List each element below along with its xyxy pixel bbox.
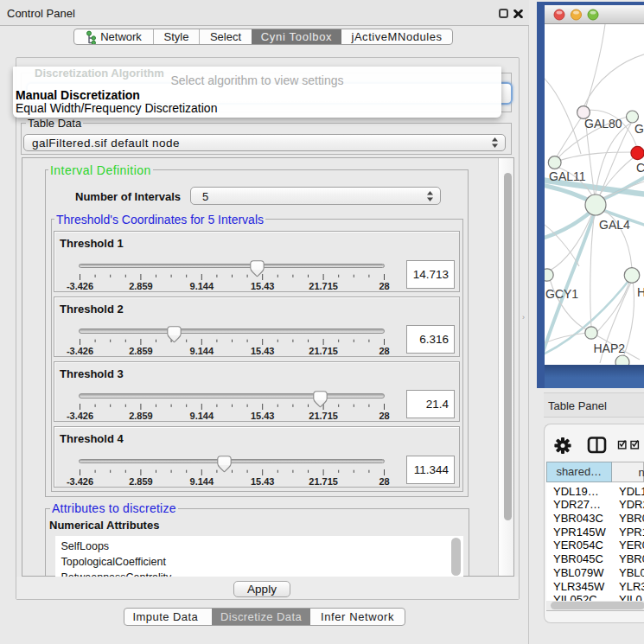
svg-text:H: H [637, 285, 644, 299]
svg-text:GAL80: GAL80 [584, 117, 622, 131]
svg-text:GCY1: GCY1 [545, 287, 578, 301]
svg-text:G.: G. [634, 122, 644, 136]
svg-text:C: C [636, 161, 644, 175]
svg-text:GAL4: GAL4 [599, 218, 630, 232]
svg-text:GAL11: GAL11 [549, 169, 586, 183]
svg-text:HAP2: HAP2 [594, 341, 626, 355]
